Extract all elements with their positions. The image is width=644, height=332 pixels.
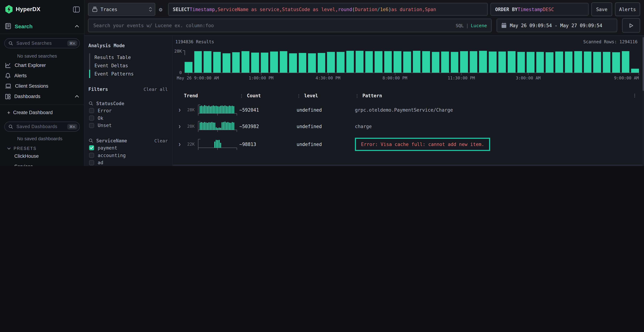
sidebar-item-client-sessions[interactable]: Client Sessions xyxy=(0,81,84,91)
histogram-bar[interactable] xyxy=(194,51,202,72)
clear-all-button[interactable]: Clear all xyxy=(144,86,168,92)
sidebar-item-chart-explorer[interactable]: Chart Explorer xyxy=(0,60,84,70)
histogram-bar[interactable] xyxy=(204,51,211,72)
analysis-mode-event-patterns[interactable]: Event Patterns xyxy=(89,70,168,78)
filter-option-error[interactable]: Error xyxy=(88,107,168,114)
checkbox[interactable] xyxy=(89,123,94,128)
expand-row-icon[interactable]: ❯ xyxy=(175,142,184,146)
lucene-toggle[interactable]: Lucene xyxy=(471,23,487,28)
histogram-bar[interactable] xyxy=(536,52,544,72)
preset-link-services[interactable]: Services xyxy=(0,162,84,166)
sidebar-item-alerts[interactable]: Alerts xyxy=(0,70,84,81)
histogram-bar[interactable] xyxy=(555,52,563,72)
histogram-bar[interactable] xyxy=(508,51,516,72)
histogram-bar[interactable] xyxy=(470,51,478,72)
histogram-bar[interactable] xyxy=(584,52,592,72)
histogram-bar[interactable] xyxy=(242,51,249,72)
histogram-bar[interactable] xyxy=(479,51,487,72)
histogram-bar[interactable] xyxy=(603,52,610,72)
sidebar-collapse-icon[interactable] xyxy=(73,6,80,12)
filter-option-payment[interactable]: payment xyxy=(88,144,168,152)
histogram-bar[interactable] xyxy=(356,51,363,72)
histogram-bar[interactable] xyxy=(622,51,630,72)
histogram-bar[interactable] xyxy=(289,54,297,72)
histogram-bar[interactable] xyxy=(565,52,572,72)
histogram-bar[interactable] xyxy=(612,52,620,72)
histogram-bar[interactable] xyxy=(280,51,287,72)
histogram-bar[interactable] xyxy=(223,54,230,72)
histogram-bar[interactable] xyxy=(460,51,468,72)
checkbox[interactable] xyxy=(89,116,94,120)
source-settings-button[interactable]: ⚙ xyxy=(155,6,166,13)
saved-dashboards-input[interactable]: ⌘K xyxy=(4,122,80,132)
histogram-bar[interactable] xyxy=(270,52,278,72)
histogram-bar[interactable] xyxy=(422,51,430,72)
histogram-bar[interactable] xyxy=(498,52,506,72)
sidebar-item-search[interactable]: Search xyxy=(0,17,84,34)
table-row[interactable]: ❯28K~592041undefinedgrpc.oteldemo.Paymen… xyxy=(175,102,641,118)
run-query-button[interactable] xyxy=(622,18,640,32)
column-header-pattern[interactable]: ⋮Pattern xyxy=(355,93,632,98)
histogram-bar[interactable] xyxy=(365,51,373,72)
histogram-bar[interactable] xyxy=(308,53,316,72)
search-icon[interactable] xyxy=(88,138,94,143)
filter-option-accounting[interactable]: accounting xyxy=(88,152,168,159)
highlighted-pattern[interactable]: Error: Visa cache full: cannot add new i… xyxy=(355,138,490,151)
histogram-bar[interactable] xyxy=(517,52,525,72)
histogram-bar[interactable] xyxy=(318,53,326,72)
expand-row-icon[interactable]: ❯ xyxy=(175,124,184,128)
table-row[interactable]: ❯28K~503982undefinedcharge xyxy=(175,118,641,134)
preset-link-clickhouse[interactable]: ClickHouse xyxy=(0,152,84,162)
histogram-bar[interactable] xyxy=(213,52,221,72)
column-header-count[interactable]: ⋮Count xyxy=(239,93,296,98)
histogram-bar[interactable] xyxy=(184,62,192,72)
histogram-bar[interactable] xyxy=(593,52,601,72)
event-search-input[interactable]: SQL|Lucene xyxy=(88,18,492,32)
column-header-level[interactable]: ⋮level xyxy=(296,93,355,98)
histogram-bar[interactable] xyxy=(413,51,420,72)
histogram-bar[interactable] xyxy=(394,51,402,72)
save-button[interactable]: Save xyxy=(592,2,612,16)
presets-toggle[interactable]: PRESETS xyxy=(0,143,84,152)
analysis-mode-event-deltas[interactable]: Event Deltas xyxy=(89,62,168,70)
filter-option-ad[interactable]: ad xyxy=(88,159,168,166)
histogram-bar[interactable] xyxy=(432,52,439,72)
sql-orderby-input[interactable]: ORDER BY Timestamp DESC xyxy=(490,3,588,16)
checkbox-checked[interactable] xyxy=(89,146,94,150)
results-histogram[interactable]: 28K 0 xyxy=(184,51,640,73)
histogram-bar[interactable] xyxy=(327,52,335,72)
date-range-picker[interactable]: May 26 09:09:54 - May 27 09:09:54 xyxy=(496,18,617,32)
sql-select-input[interactable]: SELECT Timestamp, ServiceName as service… xyxy=(168,3,488,16)
checkbox[interactable] xyxy=(89,108,94,113)
scrollbar-thumb[interactable] xyxy=(642,37,644,91)
table-row[interactable]: ❯22K~98813undefinedError: Visa cache ful… xyxy=(175,134,641,154)
analysis-mode-results-table[interactable]: Results Table xyxy=(89,53,168,62)
language-toggle[interactable]: SQL|Lucene xyxy=(456,23,487,28)
column-header-trend[interactable]: Trend xyxy=(184,93,239,98)
expand-row-icon[interactable]: ❯ xyxy=(175,108,184,112)
table-menu-icon[interactable]: ⋮ xyxy=(632,93,641,98)
drag-handle-icon[interactable]: ⋮ xyxy=(355,93,359,98)
histogram-bar[interactable] xyxy=(489,52,496,72)
histogram-bar[interactable] xyxy=(251,52,259,72)
search-icon[interactable] xyxy=(88,101,94,106)
histogram-bar[interactable] xyxy=(346,51,354,72)
histogram-bar[interactable] xyxy=(527,52,534,72)
filter-option-unset[interactable]: Unset xyxy=(88,122,168,129)
checkbox[interactable] xyxy=(89,153,94,158)
histogram-bar[interactable] xyxy=(574,51,582,72)
checkbox[interactable] xyxy=(89,160,94,165)
scrollbar[interactable] xyxy=(642,36,644,166)
clear-filter-button[interactable]: Clear xyxy=(154,138,168,143)
filter-option-ok[interactable]: Ok xyxy=(88,114,168,122)
histogram-bar[interactable] xyxy=(384,51,392,72)
event-search-field[interactable] xyxy=(93,22,452,28)
histogram-bar[interactable] xyxy=(546,52,554,72)
histogram-bar[interactable] xyxy=(337,52,344,72)
histogram-bar[interactable] xyxy=(375,51,382,72)
sql-toggle[interactable]: SQL xyxy=(456,23,464,28)
histogram-bar[interactable] xyxy=(403,52,411,72)
sidebar-item-dashboards[interactable]: Dashboards xyxy=(0,91,84,102)
source-select[interactable]: Traces xyxy=(88,3,155,16)
drag-handle-icon[interactable]: ⋮ xyxy=(296,93,301,98)
